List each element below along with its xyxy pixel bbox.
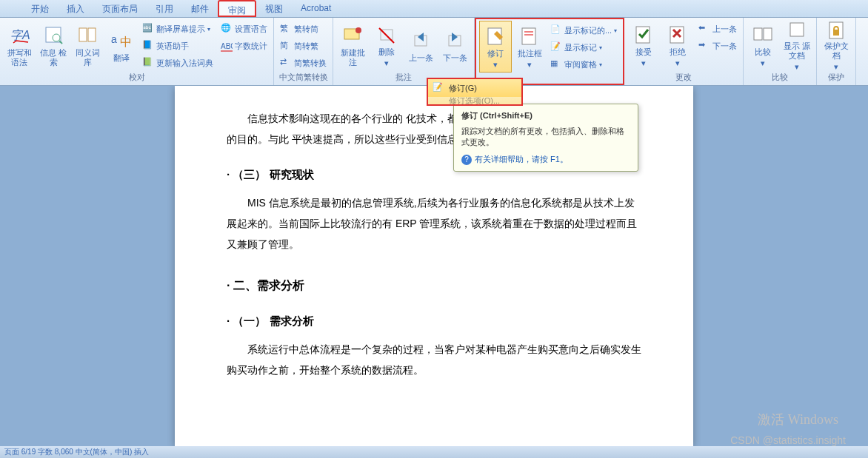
track-icon (484, 24, 507, 47)
spell-icon: 字A (7, 23, 31, 47)
reviewing-pane-button[interactable]: ▦审阅窗格▾ (547, 56, 620, 73)
ime-icon: 📗 (142, 57, 154, 69)
tab-review[interactable]: 审阅 (218, 0, 256, 17)
translation-tip-button[interactable]: 🔤翻译屏幕提示▾ (139, 21, 216, 37)
set-language-button[interactable]: 🌐设置语言 (218, 21, 270, 37)
comment-icon (341, 23, 364, 47)
svg-rect-26 (833, 30, 839, 36)
trad-icon: 简 (280, 40, 292, 52)
accept-button[interactable]: 接受▾ (627, 19, 660, 71)
csdn-watermark: CSDN @statistics.insight (730, 434, 846, 446)
svg-rect-5 (88, 28, 96, 41)
help-icon: ? (461, 155, 472, 165)
group-chinese: 繁繁转简 简简转繁 ⇄简繁转换 中文简繁转换 (274, 18, 333, 85)
group-label: 更改 (627, 71, 740, 84)
delete-icon (375, 22, 398, 46)
book-icon (76, 23, 99, 47)
next2-icon: ➡ (698, 40, 710, 52)
compare-icon (751, 22, 775, 46)
prev-change-button[interactable]: ⬅上一条 (695, 21, 740, 37)
ribbon: 字A拼写和 语法 信息 检索 同义词库 a中翻译 🔤翻译屏幕提示▾ 📘英语助手 … (0, 18, 868, 86)
research-icon (41, 23, 65, 47)
display-for-review-button[interactable]: 📄显示标记的...▾ (547, 22, 620, 38)
thesaurus-button[interactable]: 同义词库 (71, 19, 104, 71)
track-icon: 📝 (433, 82, 444, 94)
globe-icon: 🌐 (221, 23, 233, 35)
show-source-button[interactable]: 显示 源文档▾ (781, 19, 813, 71)
tooltip: 修订 (Ctrl+Shift+E) 跟踪对文档的所有更改，包括插入、删除和格式更… (453, 104, 638, 172)
svg-point-11 (355, 27, 361, 33)
svg-text:中: 中 (120, 36, 132, 48)
document-area[interactable]: 信息技术影响这现在的各个行业的 化技术，都在一定程度上实现了提高生产经营效率的目… (0, 86, 868, 446)
svg-line-13 (379, 28, 394, 43)
svg-line-3 (59, 41, 62, 44)
to-simplified-button[interactable]: 繁繁转简 (277, 21, 330, 37)
menu-track[interactable]: 📝修订(G) (428, 79, 521, 97)
translate-button[interactable]: a中翻译 (105, 19, 138, 71)
conv-icon: ⇄ (280, 57, 292, 69)
group-label: 校对 (3, 71, 270, 84)
to-traditional-button[interactable]: 简简转繁 (277, 38, 330, 54)
accept-icon (632, 22, 655, 46)
tab-view[interactable]: 视图 (256, 0, 292, 17)
new-comment-button[interactable]: 新建批注 (336, 19, 369, 71)
group-label: 保护 (820, 71, 852, 84)
paragraph: MIS 信息系统是最初的信息管理系统,后续为各行业服务的信息化系统都是从技术上发… (227, 192, 641, 255)
tab-insert[interactable]: 插入 (58, 0, 93, 17)
svg-rect-17 (522, 28, 535, 44)
options-icon (433, 97, 444, 104)
group-proofing: 字A拼写和 语法 信息 检索 同义词库 a中翻译 🔤翻译屏幕提示▾ 📘英语助手 … (0, 18, 274, 85)
balloons-button[interactable]: 批注框▾ (513, 21, 546, 73)
display-icon: 📄 (550, 24, 562, 36)
tooltip-help: ?有关详细帮助，请按 F1。 (461, 154, 630, 165)
heading-2: · 二、需求分析 (227, 275, 641, 296)
tab-mail[interactable]: 邮件 (182, 0, 218, 17)
reject-icon (666, 22, 690, 46)
lock-icon (824, 19, 848, 40)
convert-button[interactable]: ⇄简繁转换 (277, 55, 330, 71)
tab-home[interactable]: 开始 (22, 0, 58, 17)
menu-track-options[interactable]: 修订选项(O)... (428, 97, 521, 104)
word-count-button[interactable]: ABC字数统计 (218, 38, 270, 54)
delete-comment-button[interactable]: 删除▾ (370, 19, 403, 71)
tab-layout[interactable]: 页面布局 (93, 0, 147, 17)
group-label: 中文简繁转换 (277, 71, 330, 84)
group-label: 比较 (747, 71, 813, 84)
markup-icon: 📝 (550, 41, 562, 53)
show-markup-button[interactable]: 📝显示标记▾ (547, 39, 620, 55)
svg-text:字A: 字A (10, 29, 30, 41)
spelling-button[interactable]: 字A拼写和 语法 (3, 19, 36, 71)
tooltip-title: 修订 (Ctrl+Shift+E) (461, 110, 630, 121)
simp-icon: 繁 (280, 23, 292, 35)
english-helper-button[interactable]: 📘英语助手 (139, 38, 216, 54)
source-icon (785, 19, 809, 40)
next-change-button[interactable]: ➡下一条 (695, 38, 740, 54)
protect-button[interactable]: 保护文档▾ (820, 19, 852, 71)
count-icon: ABC (221, 40, 233, 52)
tab-references[interactable]: 引用 (147, 0, 182, 17)
tooltip-body: 跟踪对文档的所有更改，包括插入、删除和格式更改。 (461, 126, 630, 148)
status-bar: 页面 6/19 字数 8,060 中文(简体，中国) 插入 (0, 446, 868, 458)
balloon-icon (518, 24, 541, 47)
compare-button[interactable]: 比较▾ (747, 19, 779, 71)
group-comments: 新建批注 删除▾ 上一条 下一条 批注 (333, 18, 475, 85)
update-ime-button[interactable]: 📗更新输入法词典 (139, 55, 216, 71)
windows-watermark: 激活 Windows (758, 411, 838, 428)
pane-icon: ▦ (550, 58, 562, 70)
ribbon-tabs: 开始 插入 页面布局 引用 邮件 审阅 视图 Acrobat (0, 0, 868, 18)
svg-rect-22 (754, 28, 762, 40)
group-tracking: 修订▾ 批注框▾ 📄显示标记的...▾ 📝显示标记▾ ▦审阅窗格▾ (475, 18, 624, 85)
next-icon (443, 28, 467, 52)
reject-button[interactable]: 拒绝▾ (661, 19, 694, 71)
next-comment-button[interactable]: 下一条 (438, 19, 471, 71)
prev-comment-button[interactable]: 上一条 (404, 19, 437, 71)
group-changes: 接受▾ 拒绝▾ ⬅上一条 ➡下一条 更改 (624, 18, 744, 85)
paragraph: 系统运行中总体流程是一个复杂的过程，当客户对某种电器产生购买意向之后确实发生购买… (227, 339, 641, 380)
track-changes-button[interactable]: 修订▾ (479, 21, 512, 73)
tip-icon: 🔤 (142, 23, 154, 35)
svg-text:ABC: ABC (221, 42, 233, 50)
research-button[interactable]: 信息 检索 (37, 19, 70, 71)
translate-icon: a中 (110, 28, 133, 52)
tab-acrobat[interactable]: Acrobat (292, 0, 340, 17)
group-protect: 保护文档▾ 保护 (817, 18, 856, 85)
